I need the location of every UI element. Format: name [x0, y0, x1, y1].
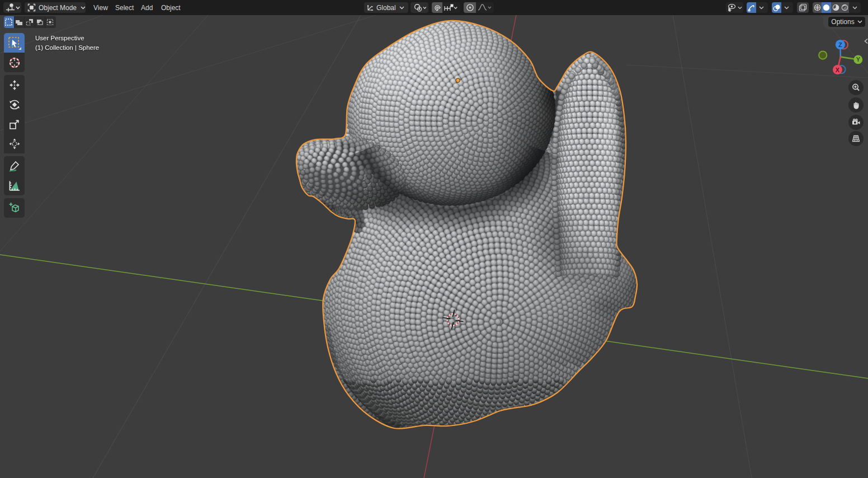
svg-text:X: X — [836, 67, 840, 73]
svg-text:Y: Y — [856, 56, 861, 63]
svg-text:Z: Z — [838, 41, 842, 48]
